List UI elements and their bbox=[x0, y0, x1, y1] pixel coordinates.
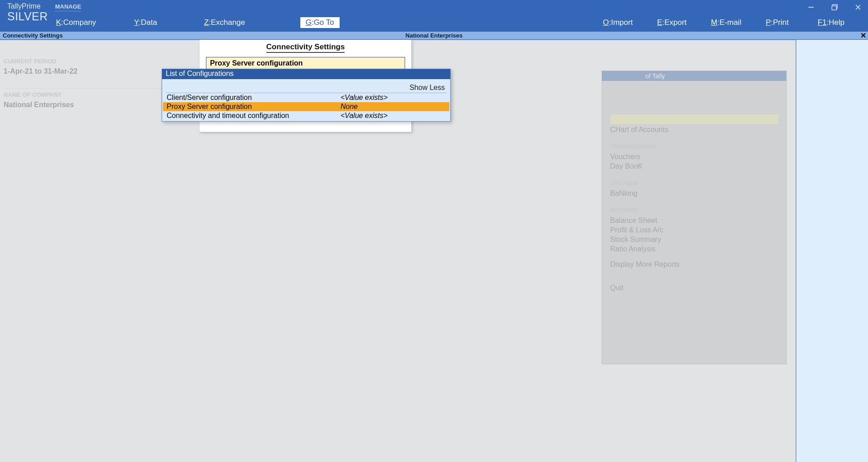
menu-email[interactable]: M:E-mail bbox=[705, 17, 747, 28]
gateway-ra: Ratio Analysis bbox=[610, 245, 778, 253]
hotkey-g: G bbox=[306, 18, 312, 27]
dropdown-row-2[interactable]: Connectivity and timeout configuration <… bbox=[163, 111, 449, 120]
bg-left-info: CURRENT PERIOD 1-Apr-21 to 31-Mar-22 NAM… bbox=[4, 58, 175, 109]
dropdown-showless[interactable]: Show Less bbox=[163, 81, 449, 93]
hotkey-z: Z bbox=[204, 18, 209, 27]
context-bar: Connectivity Settings National Enterpris… bbox=[0, 32, 868, 40]
hotkey-m: M bbox=[711, 18, 717, 27]
menu-print-label: Print bbox=[773, 18, 789, 27]
dropdown-header: List of Configurations bbox=[162, 69, 450, 79]
company-label: NAME OF COMPANY bbox=[4, 88, 175, 98]
menu-help-label: Help bbox=[829, 18, 845, 27]
dropdown-row-0-name: Client/Server configuration bbox=[167, 93, 341, 102]
gateway-ss: Stock Summary bbox=[610, 236, 778, 244]
menu-import[interactable]: O:Import bbox=[597, 17, 638, 28]
dropdown-row-2-name: Connectivity and timeout configuration bbox=[167, 111, 341, 120]
context-left: Connectivity Settings bbox=[0, 32, 63, 39]
gateway-sec-reports: REPORTS bbox=[610, 207, 778, 214]
svg-rect-2 bbox=[832, 6, 836, 10]
hotkey-k: K bbox=[56, 18, 61, 27]
dropdown-row-2-value: <Value exists> bbox=[341, 111, 446, 120]
gateway-banking: BaNking bbox=[610, 189, 778, 198]
dropdown-row-0-value: <Value exists> bbox=[341, 93, 446, 102]
popup-title-text: Connectivity Settings bbox=[266, 42, 345, 53]
menu-export-label: Export bbox=[664, 18, 686, 27]
gateway-panel: of Tally CHart of Accounts TRANSACTIONS … bbox=[602, 71, 787, 364]
close-icon[interactable] bbox=[852, 1, 864, 14]
context-close-icon[interactable]: ✕ bbox=[860, 33, 866, 39]
hotkey-o: O bbox=[603, 18, 609, 27]
menu-row: K:Company Y:Data Z:Exchange G:Go To O:Im… bbox=[51, 14, 868, 32]
menu-goto[interactable]: G:Go To bbox=[300, 17, 340, 28]
dropdown-row-1-name: Proxy Server configuration bbox=[167, 102, 341, 111]
hotkey-e: E bbox=[657, 18, 662, 27]
gateway-highlight-row bbox=[610, 114, 778, 124]
title-bar: TallyPrime SILVER MANAGE K:Company Y:Dat… bbox=[0, 0, 868, 32]
dropdown-row-1[interactable]: Proxy Server configuration None bbox=[163, 102, 449, 111]
gateway-bs: Balance Sheet bbox=[610, 217, 778, 225]
window-controls bbox=[805, 1, 864, 14]
menu-import-label: Import bbox=[611, 18, 633, 27]
main-area: CURRENT PERIOD 1-Apr-21 to 31-Mar-22 NAM… bbox=[0, 40, 868, 462]
gateway-header: of Tally bbox=[602, 71, 786, 81]
gateway-vouchers: Vouchers bbox=[610, 153, 778, 161]
app-window: TallyPrime SILVER MANAGE K:Company Y:Dat… bbox=[0, 0, 868, 462]
manage-label[interactable]: MANAGE bbox=[55, 2, 81, 11]
dropdown-row-1-value: None bbox=[341, 102, 446, 111]
dropdown-row-0[interactable]: Client/Server configuration <Value exist… bbox=[163, 93, 449, 102]
gateway-quit: Quit bbox=[610, 284, 778, 292]
menu-data-label: Data bbox=[141, 18, 157, 27]
period-label: CURRENT PERIOD bbox=[4, 58, 175, 65]
manage-row: MANAGE bbox=[51, 0, 868, 14]
gateway-daybook: Day BooK bbox=[610, 162, 778, 170]
gateway-dmr: Display More Reports bbox=[610, 260, 778, 269]
hotkey-y: Y bbox=[134, 18, 139, 27]
popup-field[interactable] bbox=[206, 57, 405, 70]
menu-data[interactable]: Y:Data bbox=[129, 17, 163, 28]
menu-print[interactable]: P:Print bbox=[760, 17, 794, 28]
minimize-icon[interactable] bbox=[805, 1, 817, 14]
menu-company[interactable]: K:Company bbox=[51, 17, 102, 28]
popup-title: Connectivity Settings bbox=[200, 40, 411, 52]
config-dropdown: List of Configurations Show Less Client/… bbox=[162, 69, 451, 122]
menu-goto-label: Go To bbox=[314, 18, 334, 27]
menu-exchange[interactable]: Z:Exchange bbox=[199, 17, 251, 28]
menu-help[interactable]: F1:Help bbox=[812, 17, 850, 28]
brand-top: TallyPrime bbox=[7, 3, 49, 10]
menu-email-label: E-mail bbox=[719, 18, 741, 27]
menu-exchange-label: Exchange bbox=[211, 18, 245, 27]
dropdown-body: Show Less Client/Server configuration <V… bbox=[162, 79, 450, 121]
maximize-icon[interactable] bbox=[828, 1, 841, 14]
gateway-sec-utils: UTILITIES bbox=[610, 180, 778, 187]
gateway-body: CHart of Accounts TRANSACTIONS Vouchers … bbox=[602, 81, 786, 296]
right-pane bbox=[796, 40, 868, 462]
hotkey-f1: F1 bbox=[817, 18, 826, 27]
company-value: National Enterprises bbox=[4, 101, 175, 109]
gateway-pl: Profit & Loss A/c bbox=[610, 226, 778, 234]
menu-wrap: MANAGE K:Company Y:Data Z:Exchange G:Go … bbox=[51, 0, 868, 32]
period-value: 1-Apr-21 to 31-Mar-22 bbox=[4, 67, 175, 75]
menu-company-label: Company bbox=[63, 18, 96, 27]
gateway-sec-trans: TRANSACTIONS bbox=[610, 144, 778, 150]
menu-export[interactable]: E:Export bbox=[652, 17, 692, 28]
brand-block: TallyPrime SILVER bbox=[0, 0, 51, 32]
gateway-chart: CHart of Accounts bbox=[610, 126, 778, 134]
hotkey-p: P bbox=[765, 18, 770, 27]
brand-bottom: SILVER bbox=[7, 10, 49, 22]
context-center: National Enterprises bbox=[406, 32, 462, 39]
